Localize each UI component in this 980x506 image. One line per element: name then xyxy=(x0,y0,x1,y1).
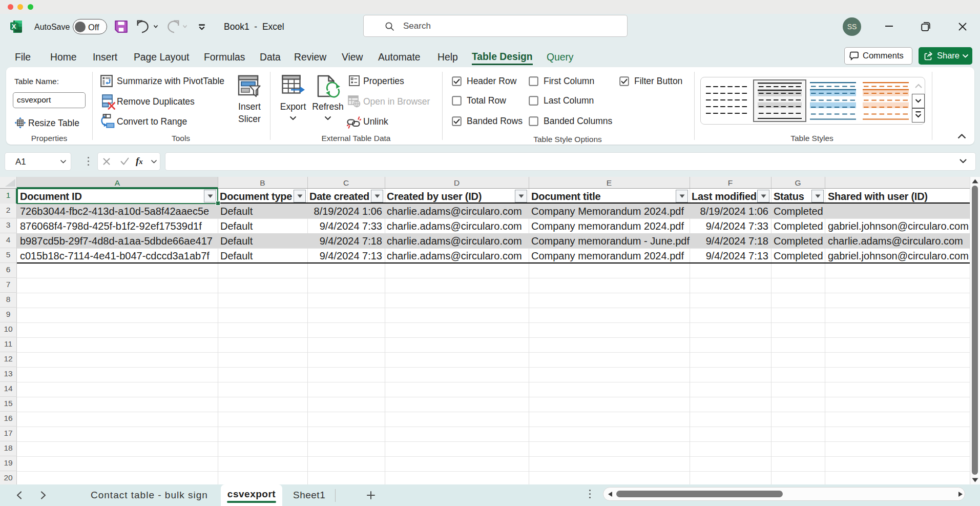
svg-text:X: X xyxy=(12,23,16,30)
